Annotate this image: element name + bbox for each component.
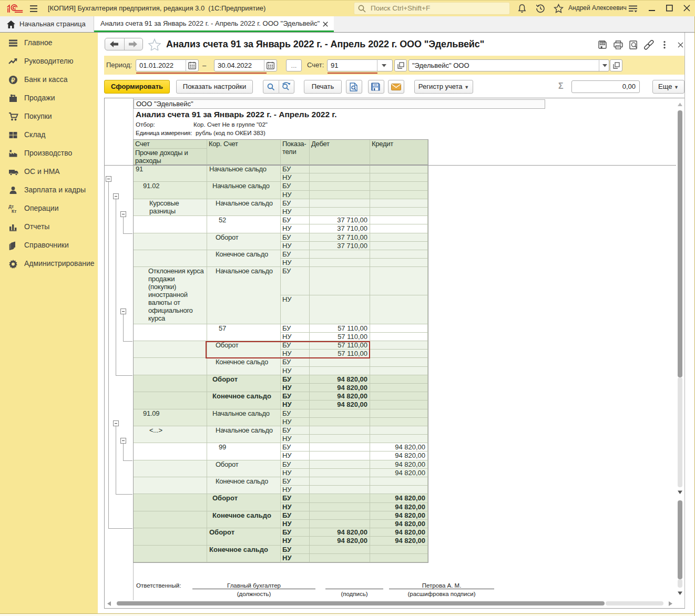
svg-text:Кт: Кт bbox=[12, 209, 16, 214]
svg-text:₽: ₽ bbox=[11, 77, 15, 84]
